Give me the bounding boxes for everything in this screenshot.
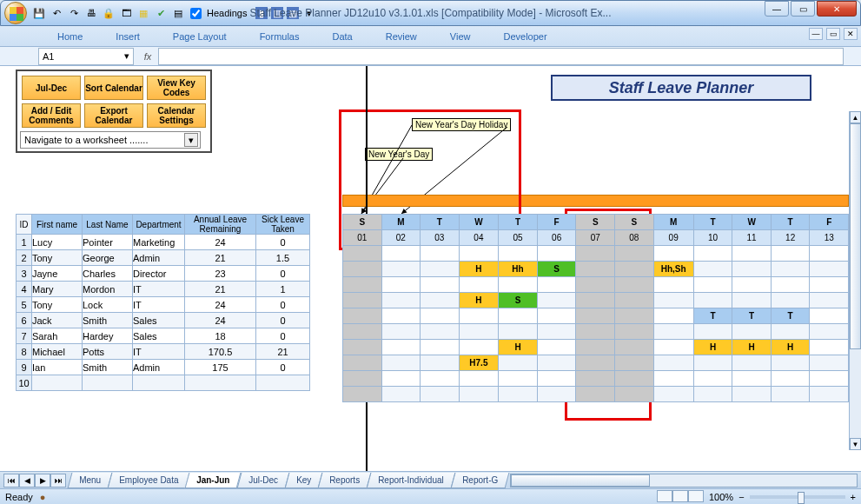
sheet-nav-prev-icon[interactable]: ◀ <box>19 474 35 487</box>
ribbon-tab-home[interactable]: Home <box>52 29 88 46</box>
calendar-cell[interactable] <box>576 324 615 340</box>
calendar-cell[interactable] <box>459 340 499 355</box>
calendar-cell[interactable] <box>381 340 421 355</box>
calendar-cell[interactable] <box>810 355 849 371</box>
calendar-cell[interactable] <box>343 262 382 277</box>
undo-icon[interactable]: ↶ <box>50 6 63 20</box>
calendar-cell[interactable] <box>459 308 499 324</box>
calendar-cell[interactable] <box>343 340 382 355</box>
calendar-cell[interactable] <box>576 387 615 402</box>
sheet-tab-jul-dec[interactable]: Jul-Dec <box>236 473 289 488</box>
scroll-thumb[interactable] <box>850 123 861 349</box>
panel-button-view-key-codes[interactable]: View Key Codes <box>147 76 206 100</box>
calendar-cell[interactable] <box>810 246 849 262</box>
calendar-cell[interactable]: T <box>771 308 810 324</box>
calendar-cell[interactable] <box>537 340 576 355</box>
calendar-cell[interactable] <box>537 387 576 402</box>
mdi-close-button[interactable]: ✕ <box>844 28 858 40</box>
calendar-cell[interactable] <box>732 387 772 402</box>
calendar-cell[interactable] <box>614 324 653 340</box>
calendar-cell[interactable] <box>381 262 421 277</box>
calendar-row[interactable] <box>343 277 849 293</box>
calendar-cell[interactable] <box>771 324 810 340</box>
ribbon-tab-view[interactable]: View <box>445 29 476 46</box>
table-row[interactable]: 5TonyLockIT240 <box>17 297 310 313</box>
calendar-cell[interactable] <box>381 355 421 371</box>
calendar-cell[interactable] <box>576 355 615 371</box>
calendar-cell[interactable] <box>343 387 382 402</box>
calendar-cell[interactable] <box>653 355 693 371</box>
calendar-cell[interactable] <box>459 324 499 340</box>
calendar-cell[interactable] <box>771 355 810 371</box>
calendar-cell[interactable] <box>732 293 772 308</box>
calendar-cell[interactable] <box>537 371 576 387</box>
calendar-cell[interactable] <box>771 371 810 387</box>
calendar-row[interactable]: HS <box>343 293 849 308</box>
panel-button-export-calendar[interactable]: Export Calendar <box>84 103 143 128</box>
calendar-row[interactable]: H7.5 <box>343 355 849 371</box>
calendar-cell[interactable] <box>421 277 460 293</box>
calendar-cell[interactable] <box>653 277 693 293</box>
calendar-cell[interactable] <box>537 246 576 262</box>
sheet-tab-report-individual[interactable]: Report-Individual <box>366 473 454 488</box>
window-icon[interactable]: 🗔 <box>119 6 133 20</box>
calendar-cell[interactable]: Hh,Sh <box>653 262 693 277</box>
ribbon-tab-formulas[interactable]: Formulas <box>255 29 305 46</box>
calendar-cell[interactable] <box>459 387 499 402</box>
table-icon[interactable]: ▤ <box>171 6 185 20</box>
calendar-cell[interactable] <box>537 355 576 371</box>
calendar-row[interactable]: HHHH <box>343 340 849 355</box>
close-button[interactable]: ✕ <box>817 1 857 17</box>
ribbon-tab-page-layout[interactable]: Page Layout <box>168 29 232 46</box>
calendar-cell[interactable] <box>576 262 615 277</box>
office-button[interactable] <box>4 2 27 24</box>
calendar-cell[interactable] <box>732 371 772 387</box>
calendar-cell[interactable]: H <box>459 262 499 277</box>
table-row[interactable]: 6JackSmithSales240 <box>17 313 310 328</box>
calendar-cell[interactable]: H <box>771 340 810 355</box>
navigate-dropdown[interactable]: Navigate to a worksheet ....... ▾ <box>20 131 201 149</box>
calendar-cell[interactable] <box>614 371 653 387</box>
calendar-cell[interactable] <box>653 308 693 324</box>
calendar-cell[interactable] <box>810 387 849 402</box>
calendar-cell[interactable] <box>576 277 615 293</box>
ribbon-tab-data[interactable]: Data <box>327 29 357 46</box>
calendar-cell[interactable] <box>537 308 576 324</box>
calendar-cell[interactable] <box>732 355 772 371</box>
calendar-cell[interactable]: H <box>459 293 499 308</box>
calendar-row[interactable] <box>343 371 849 387</box>
calendar-cell[interactable] <box>343 324 382 340</box>
calendar-cell[interactable] <box>421 308 460 324</box>
calendar-grid[interactable]: SMTWTFSSMTWTF01020304050607080910111213H… <box>342 214 849 402</box>
calendar-cell[interactable] <box>614 262 653 277</box>
calendar-cell[interactable] <box>459 246 499 262</box>
mdi-minimize-button[interactable]: — <box>809 28 823 40</box>
calendar-cell[interactable] <box>614 277 653 293</box>
table-row[interactable]: 7SarahHardeySales180 <box>17 328 310 344</box>
calendar-cell[interactable] <box>693 246 732 262</box>
calendar-cell[interactable] <box>614 246 653 262</box>
calendar-cell[interactable] <box>810 324 849 340</box>
calendar-cell[interactable] <box>499 324 538 340</box>
panel-button-add-edit-comments[interactable]: Add / Edit Comments <box>22 103 81 128</box>
calendar-cell[interactable] <box>810 371 849 387</box>
table-row[interactable]: 8MichaelPottsIT170.521 <box>17 344 310 360</box>
ribbon-tab-developer[interactable]: Developer <box>498 29 552 46</box>
calendar-cell[interactable]: H <box>693 340 732 355</box>
ribbon-tab-review[interactable]: Review <box>381 29 422 46</box>
calendar-row[interactable] <box>343 324 849 340</box>
view-buttons[interactable] <box>657 490 704 504</box>
calendar-cell[interactable] <box>771 262 810 277</box>
table-row[interactable]: 10 <box>17 375 310 391</box>
calendar-cell[interactable] <box>771 246 810 262</box>
calendar-cell[interactable] <box>381 246 421 262</box>
calendar-cell[interactable] <box>653 293 693 308</box>
sheet-tab-reports[interactable]: Reports <box>317 473 371 488</box>
calendar-cell[interactable] <box>693 387 732 402</box>
calendar-cell[interactable] <box>576 293 615 308</box>
calendar-cell[interactable] <box>381 277 421 293</box>
calendar-cell[interactable] <box>459 371 499 387</box>
calendar-cell[interactable]: H <box>499 340 538 355</box>
calendar-row[interactable]: TTT <box>343 308 849 324</box>
calendar-cell[interactable] <box>614 340 653 355</box>
